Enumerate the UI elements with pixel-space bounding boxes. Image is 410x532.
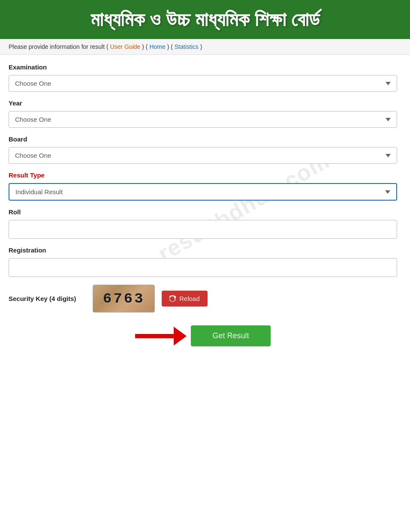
info-text: Please provide information for result ( <box>9 43 109 50</box>
result-type-select[interactable]: Individual Result <box>9 183 397 201</box>
security-key-group: Security Key (4 digits) 6763 Reload <box>9 285 397 313</box>
arrow-head <box>174 327 187 346</box>
examination-select[interactable]: Choose One <box>9 75 397 92</box>
user-guide-link[interactable]: User Guide <box>110 43 141 50</box>
form-container: resultbdhub.com Examination Choose One Y… <box>0 55 410 359</box>
header-title: মাধ্যমিক ও উচ্চ মাধ্যমিক শিক্ষা বোর্ড <box>10 8 400 31</box>
year-select[interactable]: Choose One <box>9 111 397 128</box>
captcha-image: 6763 <box>93 285 155 313</box>
board-group: Board Choose One <box>9 135 397 164</box>
roll-label: Roll <box>9 208 397 216</box>
header: মাধ্যমিক ও উচ্চ মাধ্যমিক শিক্ষা বোর্ড <box>0 0 410 39</box>
get-result-button[interactable]: Get Result <box>191 325 270 346</box>
home-link[interactable]: Home <box>149 43 165 50</box>
year-group: Year Choose One <box>9 99 397 128</box>
result-type-group: Result Type Individual Result <box>9 171 397 201</box>
statistics-link[interactable]: Statistics <box>175 43 199 50</box>
submit-row: Get Result <box>9 325 397 346</box>
captcha-text: 6763 <box>102 291 145 307</box>
arrow-shaft <box>135 334 174 338</box>
separator2: ) ( <box>167 43 173 50</box>
info-bar: Please provide information for result ( … <box>0 39 410 55</box>
result-type-label: Result Type <box>9 171 397 179</box>
examination-label: Examination <box>9 63 397 71</box>
arrow-container <box>135 327 187 346</box>
reload-icon <box>169 295 176 302</box>
board-select[interactable]: Choose One <box>9 147 397 164</box>
registration-input[interactable] <box>9 258 397 277</box>
roll-group: Roll <box>9 208 397 239</box>
year-label: Year <box>9 99 397 107</box>
registration-label: Registration <box>9 246 397 254</box>
reload-button[interactable]: Reload <box>162 291 208 307</box>
security-key-label: Security Key (4 digits) <box>9 295 86 302</box>
separator3: ) <box>200 43 202 50</box>
registration-group: Registration <box>9 246 397 277</box>
separator1: ) ( <box>142 43 148 50</box>
examination-group: Examination Choose One <box>9 63 397 92</box>
reload-label: Reload <box>179 295 200 302</box>
board-label: Board <box>9 135 397 143</box>
roll-input[interactable] <box>9 220 397 239</box>
security-row: Security Key (4 digits) 6763 Reload <box>9 285 397 313</box>
